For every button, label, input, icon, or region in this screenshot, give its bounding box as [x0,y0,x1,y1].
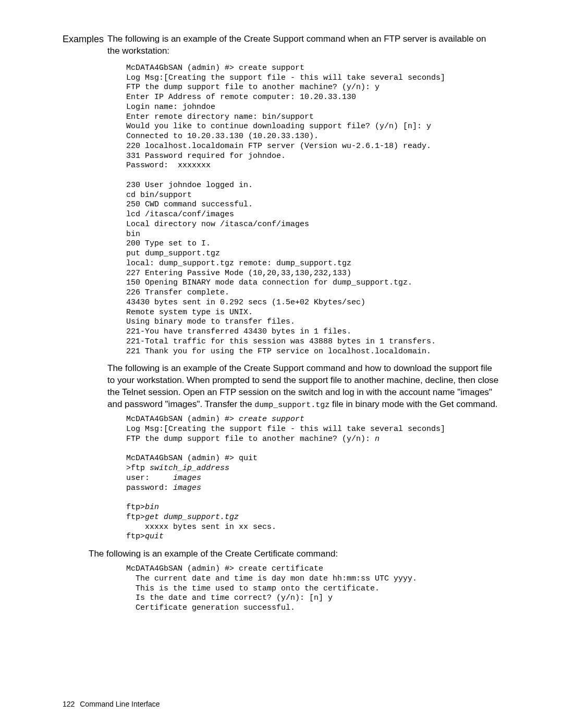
c2l7a: user: [126,474,173,483]
c2l12: xxxxx bytes sent in xx secs. [126,523,276,532]
intro2-code: dump_support.tgz [254,401,329,410]
c2l11a: ftp> [126,513,145,522]
c2l8b: images [173,484,201,492]
code-block-1: McDATA4GbSAN (admin) #> create support L… [126,64,500,357]
c2l6a: >ftp [126,464,150,473]
examples-row: Examples The following is an example of … [63,33,500,57]
intro3-text: The following is an example of the Creat… [89,548,500,560]
c2l3b: n [375,435,380,443]
c2l3a: FTP the dump support file to another mac… [126,435,375,443]
code-block-3: McDATA4GbSAN (admin) #> create certifica… [126,564,500,613]
intro2-text: The following is an example of the Creat… [107,363,500,411]
page-number: 122 [63,700,75,708]
c2l13b: quit [145,532,164,541]
intro2b: file in binary mode with the Get command… [329,399,497,409]
c2l10a: ftp> [126,503,145,512]
c2l7b: images [173,474,201,483]
c2l2: Log Msg:[Creating the support file - thi… [126,425,445,434]
examples-label: Examples [63,33,103,45]
c2l1b: create support [239,415,304,424]
spacer [63,59,103,60]
page: Examples The following is an example of … [0,0,563,728]
c2l5: McDATA4GbSAN (admin) #> quit [126,454,258,463]
c2l1a: McDATA4GbSAN (admin) #> [126,415,239,424]
code-block-2: McDATA4GbSAN (admin) #> create support L… [126,415,500,542]
c2l8a: password: [126,484,173,492]
c2l11b: get dump_support.tgz [145,513,239,522]
intro1-text: The following is an example of the Creat… [103,33,500,57]
c2l10b: bin [145,503,159,512]
code1-col: McDATA4GbSAN (admin) #> create support L… [103,59,500,619]
c2l6b: switch_ip_address [150,464,229,473]
page-footer: 122 Command Line Interface [63,700,160,708]
footer-title: Command Line Interface [80,700,160,708]
c2l13a: ftp> [126,532,145,541]
code1-row: McDATA4GbSAN (admin) #> create support L… [63,59,500,619]
